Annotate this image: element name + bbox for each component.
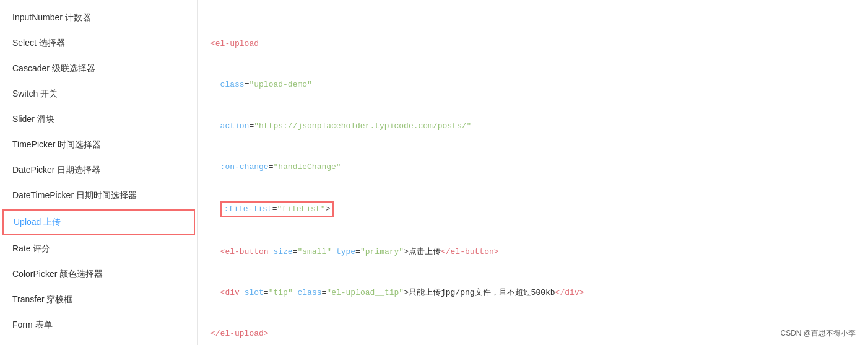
sidebar-item-transfer[interactable]: Transfer 穿梭框 <box>0 287 197 312</box>
sidebar-item-form[interactable]: Form 表单 <box>0 312 197 338</box>
sidebar-item-upload[interactable]: Upload 上传 <box>2 209 195 235</box>
code-line-7: <div slot="tip" class="el-upload__tip">只… <box>210 286 856 300</box>
code-line-3: action="https://jsonplaceholder.typicode… <box>210 120 856 133</box>
code-line-6: <el-button size="small" type="primary">点… <box>210 245 856 259</box>
main-content: <el-upload class="upload-demo" action="h… <box>198 0 868 345</box>
code-line-4: :on-change="handleChange" <box>210 160 856 174</box>
sidebar-item-slider[interactable]: Slider 滑块 <box>0 107 197 132</box>
sidebar-item-datetimepicker[interactable]: DateTimePicker 日期时间选择器 <box>0 183 197 208</box>
code-line-8: </el-upload> <box>210 327 856 341</box>
sidebar-item-colorpicker[interactable]: ColorPicker 颜色选择器 <box>0 261 197 287</box>
sidebar-item-timepicker[interactable]: TimePicker 时间选择器 <box>0 132 197 157</box>
code-line-2: class="upload-demo" <box>210 78 856 92</box>
sidebar-item-input-number[interactable]: InputNumber 计数器 <box>0 5 197 30</box>
code-block: <el-upload class="upload-demo" action="h… <box>210 10 856 345</box>
sidebar-item-select[interactable]: Select 选择器 <box>0 30 197 56</box>
sidebar-item-switch[interactable]: Switch 开关 <box>0 81 197 107</box>
footer-credit: CSDN @百思不得小李 <box>780 328 856 339</box>
sidebar-item-datepicker[interactable]: DatePicker 日期选择器 <box>0 157 197 183</box>
sidebar-item-rate[interactable]: Rate 评分 <box>0 236 197 261</box>
code-line-5: :file-list="fileList"> <box>210 201 856 217</box>
code-line-1: <el-upload <box>210 37 856 51</box>
sidebar: InputNumber 计数器 Select 选择器 Cascader 级联选择… <box>0 0 198 345</box>
sidebar-item-data[interactable]: Data <box>0 338 197 345</box>
sidebar-item-cascader[interactable]: Cascader 级联选择器 <box>0 56 197 81</box>
